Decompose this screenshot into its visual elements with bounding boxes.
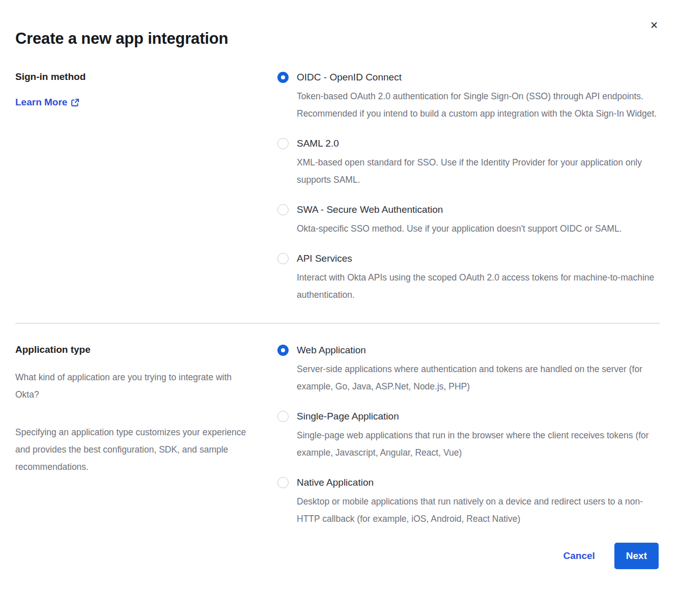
cancel-button[interactable]: Cancel bbox=[563, 550, 595, 562]
option-web-application-description: Server-side applications where authentic… bbox=[297, 360, 660, 395]
external-link-icon bbox=[71, 98, 79, 107]
radio-oidc[interactable] bbox=[277, 72, 289, 83]
signin-left-column: Sign-in method Learn More bbox=[15, 71, 277, 108]
option-native-application: Native Application Desktop or mobile app… bbox=[277, 477, 660, 527]
radio-native-application[interactable] bbox=[277, 477, 289, 488]
radio-saml[interactable] bbox=[277, 138, 289, 149]
option-oidc: OIDC - OpenID Connect Token-based OAuth … bbox=[277, 71, 660, 122]
learn-more-label: Learn More bbox=[15, 97, 67, 108]
learn-more-link[interactable]: Learn More bbox=[15, 97, 79, 108]
option-saml-description: XML-based open standard for SSO. Use if … bbox=[297, 154, 660, 188]
apptype-options: Web Application Server-side applications… bbox=[277, 344, 660, 527]
dialog-footer: Cancel Next bbox=[15, 543, 660, 569]
option-api-services: API Services Interact with Okta APIs usi… bbox=[277, 253, 660, 303]
option-web-application: Web Application Server-side applications… bbox=[277, 344, 660, 395]
apptype-left-column: Application type What kind of applicatio… bbox=[15, 344, 277, 475]
option-swa: SWA - Secure Web Authentication Okta-spe… bbox=[277, 204, 660, 237]
apptype-note-text: Specifying an application type customize… bbox=[15, 424, 257, 475]
option-oidc-description: Token-based OAuth 2.0 authentication for… bbox=[297, 88, 660, 122]
option-native-application-description: Desktop or mobile applications that run … bbox=[297, 493, 660, 527]
next-button[interactable]: Next bbox=[614, 543, 659, 569]
section-divider bbox=[15, 323, 660, 324]
option-web-application-label[interactable]: Web Application bbox=[297, 344, 660, 356]
option-native-application-label[interactable]: Native Application bbox=[297, 477, 660, 489]
option-saml: SAML 2.0 XML-based open standard for SSO… bbox=[277, 137, 660, 188]
signin-method-heading: Sign-in method bbox=[15, 71, 257, 82]
signin-options: OIDC - OpenID Connect Token-based OAuth … bbox=[277, 71, 660, 303]
create-app-integration-dialog: × Create a new app integration Sign-in m… bbox=[0, 0, 678, 592]
radio-swa[interactable] bbox=[277, 204, 289, 215]
option-api-services-label[interactable]: API Services bbox=[297, 253, 660, 265]
option-single-page-application-description: Single-page web applications that run in… bbox=[297, 427, 660, 461]
close-icon[interactable]: × bbox=[646, 17, 662, 33]
signin-method-section: Sign-in method Learn More OIDC - OpenID … bbox=[15, 71, 660, 303]
option-oidc-label[interactable]: OIDC - OpenID Connect bbox=[297, 71, 660, 83]
page-title: Create a new app integration bbox=[15, 30, 660, 48]
application-type-heading: Application type bbox=[15, 344, 257, 355]
option-api-services-description: Interact with Okta APIs using the scoped… bbox=[297, 269, 660, 303]
option-single-page-application-label[interactable]: Single-Page Application bbox=[297, 410, 660, 423]
option-single-page-application: Single-Page Application Single-page web … bbox=[277, 410, 660, 461]
option-swa-description: Okta-specific SSO method. Use if your ap… bbox=[297, 220, 622, 237]
application-type-section: Application type What kind of applicatio… bbox=[15, 344, 660, 527]
radio-api-services[interactable] bbox=[277, 253, 289, 264]
apptype-intro-text: What kind of application are you trying … bbox=[15, 369, 257, 403]
radio-web-application[interactable] bbox=[277, 345, 289, 356]
option-swa-label[interactable]: SWA - Secure Web Authentication bbox=[297, 204, 622, 216]
radio-single-page-application[interactable] bbox=[277, 411, 289, 422]
option-saml-label[interactable]: SAML 2.0 bbox=[297, 137, 660, 150]
